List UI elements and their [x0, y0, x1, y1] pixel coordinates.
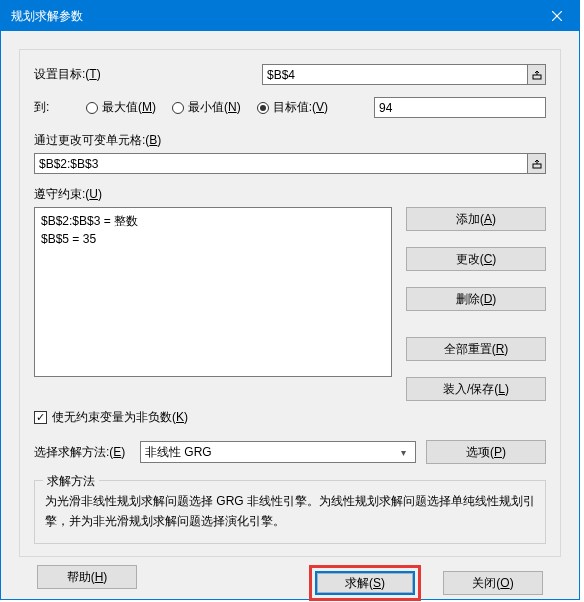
close-button[interactable]: 关闭(O)	[443, 571, 543, 595]
solver-dialog: 规划求解参数 设置目标:(T) $B$4	[0, 0, 580, 600]
nonneg-checkbox-row[interactable]: ✓ 使无约束变量为非负数(K)	[34, 409, 546, 426]
changing-value: $B$2:$B$3	[39, 157, 98, 171]
constraints-list[interactable]: $B$2:$B$3 = 整数 $B$5 = 35	[34, 207, 392, 377]
constraint-buttons: 添加(A) 更改(C) 删除(D) 全部重置(R) 装入/保存(L)	[406, 207, 546, 401]
range-picker-icon[interactable]	[528, 64, 546, 85]
svg-rect-3	[533, 164, 541, 168]
method-selected: 非线性 GRG	[145, 444, 212, 461]
nonneg-label: 使无约束变量为非负数(K)	[52, 409, 188, 426]
radio-group-to: 最大值(M) 最小值(N) 目标值:(V)	[86, 99, 338, 116]
radio-icon	[257, 102, 269, 114]
radio-min[interactable]: 最小值(N)	[172, 99, 241, 116]
changing-input-wrap: $B$2:$B$3	[34, 153, 546, 174]
help-button[interactable]: 帮助(H)	[37, 565, 137, 589]
close-icon[interactable]	[534, 1, 579, 31]
constraints-area: $B$2:$B$3 = 整数 $B$5 = 35 添加(A) 更改(C) 删除(…	[34, 207, 546, 401]
range-picker-icon[interactable]	[528, 153, 546, 174]
radio-icon	[172, 102, 184, 114]
delete-button[interactable]: 删除(D)	[406, 287, 546, 311]
svg-rect-2	[533, 75, 541, 79]
options-button[interactable]: 选项(P)	[426, 440, 546, 464]
row-to: 到: 最大值(M) 最小值(N) 目标值:(V)	[34, 97, 546, 118]
dialog-title: 规划求解参数	[11, 8, 83, 25]
method-desc-group: 求解方法 为光滑非线性规划求解问题选择 GRG 非线性引擎。为线性规划求解问题选…	[34, 480, 546, 544]
method-select[interactable]: 非线性 GRG ▾	[140, 441, 416, 463]
method-desc-text: 为光滑非线性规划求解问题选择 GRG 非线性引擎。为线性规划求解问题选择单纯线性…	[45, 491, 535, 531]
radio-value[interactable]: 目标值:(V)	[257, 99, 328, 116]
constraint-item[interactable]: $B$2:$B$3 = 整数	[41, 212, 385, 230]
radio-icon	[86, 102, 98, 114]
objective-input[interactable]: $B$4	[262, 64, 528, 85]
dialog-footer: 帮助(H) 求解(S) 关闭(O)	[19, 565, 561, 601]
footer-right: 求解(S) 关闭(O)	[309, 565, 543, 601]
solve-button[interactable]: 求解(S)	[315, 571, 415, 595]
solve-highlight: 求解(S)	[309, 565, 421, 601]
radio-max[interactable]: 最大值(M)	[86, 99, 156, 116]
inner-panel: 设置目标:(T) $B$4 到: 最大值(M)	[19, 49, 561, 557]
checkbox-icon: ✓	[34, 411, 47, 424]
row-changing: 通过更改可变单元格:(B) $B$2:$B$3	[34, 132, 546, 174]
chevron-down-icon: ▾	[395, 447, 411, 458]
label-changing: 通过更改可变单元格:(B)	[34, 132, 546, 149]
label-method: 选择求解方法:(E)	[34, 444, 130, 461]
dialog-content: 设置目标:(T) $B$4 到: 最大值(M)	[1, 31, 579, 602]
objective-value: $B$4	[267, 68, 295, 82]
label-objective: 设置目标:(T)	[34, 66, 262, 83]
change-button[interactable]: 更改(C)	[406, 247, 546, 271]
loadsave-button[interactable]: 装入/保存(L)	[406, 377, 546, 401]
row-objective: 设置目标:(T) $B$4	[34, 64, 546, 85]
label-constraints: 遵守约束:(U)	[34, 186, 546, 203]
target-value-input[interactable]: 94	[374, 97, 546, 118]
constraint-item[interactable]: $B$5 = 35	[41, 230, 385, 248]
objective-input-wrap: $B$4	[262, 64, 546, 85]
label-to: 到:	[34, 99, 86, 116]
method-desc-title: 求解方法	[43, 473, 99, 490]
reset-button[interactable]: 全部重置(R)	[406, 337, 546, 361]
target-value: 94	[379, 101, 392, 115]
titlebar: 规划求解参数	[1, 1, 579, 31]
changing-input[interactable]: $B$2:$B$3	[34, 153, 528, 174]
row-method: 选择求解方法:(E) 非线性 GRG ▾ 选项(P)	[34, 440, 546, 464]
add-button[interactable]: 添加(A)	[406, 207, 546, 231]
